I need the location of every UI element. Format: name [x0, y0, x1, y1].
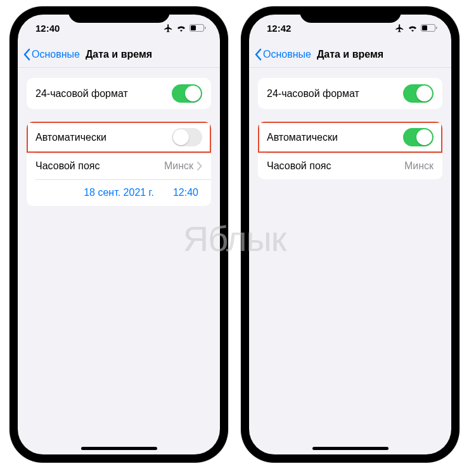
row-label: Часовой пояс: [35, 160, 100, 172]
date-value: 18 сент. 2021 г.: [84, 187, 154, 198]
home-indicator[interactable]: [312, 447, 389, 450]
timezone-value: Минск: [164, 160, 193, 172]
battery-icon: [421, 24, 437, 32]
row-timezone[interactable]: Часовой пояс Минск: [27, 153, 211, 179]
row-label: Автоматически: [35, 132, 106, 143]
timezone-value: Минск: [404, 160, 434, 172]
row-timezone: Часовой пояс Минск: [258, 153, 442, 179]
status-icons: [395, 23, 437, 33]
row-auto: Автоматически: [258, 122, 442, 153]
svg-rect-2: [205, 27, 206, 29]
phone-right: 12:42 Основные Дата и время 24-часовой ф…: [241, 6, 459, 463]
back-label: Основные: [32, 49, 80, 60]
notch: [68, 6, 170, 23]
screen: 12:40 Основные Дата и время 24-часовой ф…: [18, 15, 220, 454]
airplane-icon: [395, 23, 404, 33]
chevron-right-icon: [197, 162, 202, 170]
svg-rect-4: [422, 25, 427, 30]
status-icons: [164, 23, 206, 33]
notch: [300, 6, 401, 23]
time-value: 12:40: [173, 187, 198, 198]
group-24h: 24-часовой формат: [27, 78, 211, 109]
status-time: 12:42: [267, 23, 291, 34]
toggle-auto[interactable]: [172, 128, 202, 146]
row-datetime[interactable]: 18 сент. 2021 г. 12:40: [27, 179, 211, 206]
page-title: Дата и время: [86, 49, 152, 60]
nav-bar: Основные Дата и время: [18, 41, 220, 68]
row-label: Часовой пояс: [267, 160, 331, 172]
wifi-icon: [408, 24, 418, 32]
wifi-icon: [176, 24, 186, 32]
toggle-24h[interactable]: [172, 84, 202, 103]
page-title: Дата и время: [317, 49, 383, 60]
svg-rect-5: [436, 27, 437, 29]
battery-icon: [190, 24, 206, 32]
content: 24-часовой формат Автоматически Часовой …: [18, 68, 220, 229]
airplane-icon: [164, 23, 173, 33]
status-time: 12:40: [35, 23, 60, 34]
row-auto: Автоматически: [27, 122, 211, 153]
group-auto: Автоматически Часовой пояс Минск 18 сент…: [27, 122, 211, 206]
nav-bar: Основные Дата и время: [249, 41, 451, 68]
row-label: 24-часовой формат: [35, 88, 128, 100]
group-24h: 24-часовой формат: [258, 78, 442, 109]
chevron-left-icon: [254, 48, 262, 61]
row-label: Автоматически: [267, 132, 338, 143]
toggle-auto[interactable]: [403, 128, 434, 146]
svg-rect-1: [191, 25, 196, 30]
content: 24-часовой формат Автоматически Часовой …: [249, 68, 451, 202]
phone-left: 12:40 Основные Дата и время 24-часовой ф…: [10, 6, 228, 463]
row-24h-format: 24-часовой формат: [258, 78, 442, 109]
back-button[interactable]: Основные: [23, 48, 80, 61]
toggle-24h[interactable]: [403, 84, 434, 103]
screen: 12:42 Основные Дата и время 24-часовой ф…: [249, 15, 451, 454]
group-auto: Автоматически Часовой пояс Минск: [258, 122, 442, 179]
row-label: 24-часовой формат: [267, 88, 359, 100]
back-button[interactable]: Основные: [254, 48, 311, 61]
home-indicator[interactable]: [81, 447, 157, 450]
back-label: Основные: [263, 49, 311, 60]
chevron-left-icon: [23, 48, 30, 61]
row-24h-format: 24-часовой формат: [27, 78, 211, 109]
